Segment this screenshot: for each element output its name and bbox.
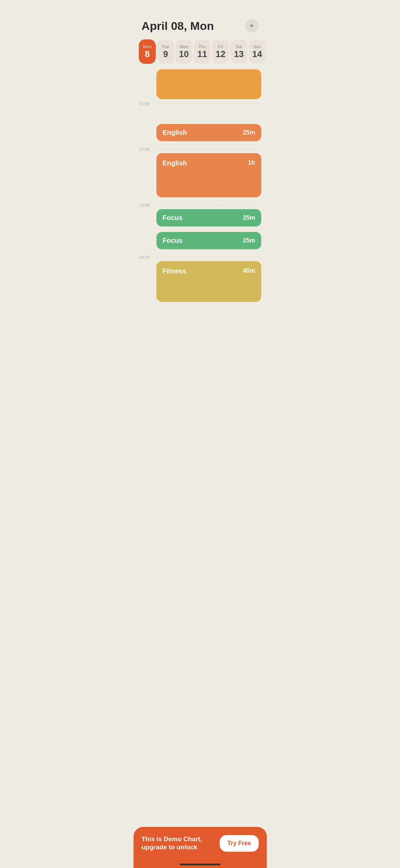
time-row-14: 14:00 [139, 255, 261, 260]
time-row-13: 13:00 [139, 203, 261, 208]
day-sat[interactable]: Sat 13 [230, 39, 247, 64]
event-english-25m-title: English [163, 129, 187, 137]
time-label-12: 12:00 [139, 147, 156, 152]
event-fitness-45m-duration: 45m [243, 267, 255, 274]
dashed-line-12 [156, 149, 261, 149]
day-mon-label: Mon [143, 44, 151, 49]
day-sat-number: 13 [234, 49, 244, 59]
day-tue-label: Tue [162, 44, 169, 49]
event-focus-25m-2-title: Focus [163, 237, 183, 245]
day-fri-label: Fri [218, 44, 223, 49]
plus-icon: + [250, 21, 254, 30]
calendar-body: 11:00 English 25m 12:00 English 1h 13:00… [133, 69, 267, 348]
event-focus-25m-2[interactable]: Focus 25m [156, 232, 261, 249]
day-wed-label: Wed [179, 44, 189, 49]
event-focus-25m-1[interactable]: Focus 25m [156, 209, 261, 227]
dashed-line-11 [156, 104, 261, 104]
day-tue[interactable]: Tue 9 [157, 39, 174, 64]
event-english-25m[interactable]: English 25m [156, 124, 261, 141]
event-english-25m-duration: 25m [243, 129, 255, 136]
dashed-line-13 [156, 205, 261, 205]
header: April 08, Mon + [133, 0, 267, 37]
day-mon-number: 8 [145, 49, 150, 59]
event-english-1h-title: English [163, 159, 187, 167]
event-fitness-45m-title: Fitness [163, 267, 186, 275]
time-label-13: 13:00 [139, 203, 156, 208]
day-tue-number: 9 [163, 49, 168, 59]
event-top-partial[interactable] [156, 69, 261, 99]
event-focus-25m-1-duration: 25m [243, 214, 255, 221]
day-mon[interactable]: Mon 8 [139, 39, 156, 64]
event-fitness-45m[interactable]: Fitness 45m [156, 261, 261, 302]
time-row-12: 12:00 [139, 147, 261, 152]
time-label-14: 14:00 [139, 255, 156, 260]
day-thu-number: 11 [197, 49, 207, 59]
time-label-11: 11:00 [139, 101, 156, 106]
day-sat-label: Sat [235, 44, 242, 49]
event-english-1h[interactable]: English 1h [156, 153, 261, 197]
day-fri-number: 12 [216, 49, 226, 59]
day-fri[interactable]: Fri 12 [212, 39, 229, 64]
week-strip: Mon 8 Tue 9 Wed 10 Thu 11 Fri 12 Sat 13 … [133, 37, 267, 69]
day-sun-label: Sun [253, 44, 261, 49]
event-english-1h-duration: 1h [248, 159, 255, 166]
day-sun-number: 14 [252, 49, 262, 59]
event-focus-25m-2-duration: 25m [243, 237, 255, 244]
time-row-11: 11:00 [139, 101, 261, 106]
day-wed[interactable]: Wed 10 [175, 39, 192, 64]
dashed-line-14 [156, 257, 261, 257]
add-button[interactable]: + [245, 19, 259, 33]
day-sun[interactable]: Sun 14 [249, 39, 266, 64]
event-focus-25m-1-title: Focus [163, 214, 183, 222]
page-title: April 08, Mon [141, 19, 214, 33]
day-thu[interactable]: Thu 11 [194, 39, 211, 64]
day-thu-label: Thu [198, 44, 206, 49]
day-wed-number: 10 [179, 49, 189, 59]
